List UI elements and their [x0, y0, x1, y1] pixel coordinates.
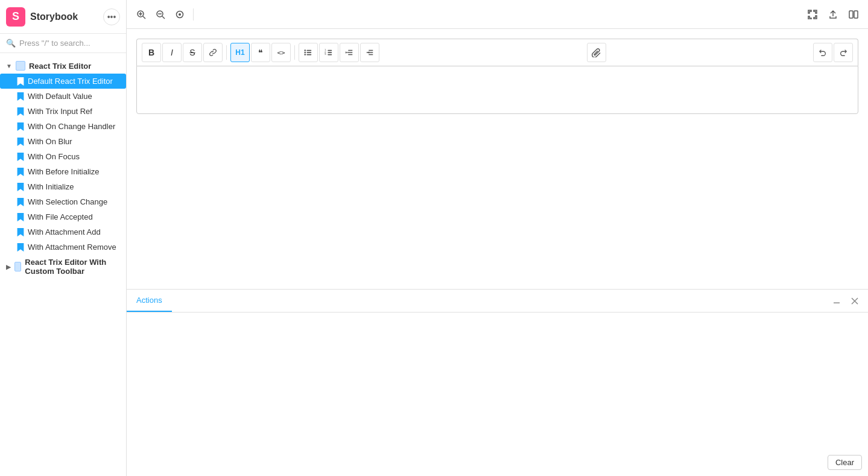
- nav-item-with-on-blur[interactable]: With On Blur: [0, 134, 126, 149]
- svg-rect-21: [328, 52, 332, 53]
- nav-label-with-attachment-add: With Attachment Add: [28, 227, 101, 236]
- code-button[interactable]: <>: [271, 43, 291, 62]
- indent-decrease-button[interactable]: [340, 43, 359, 62]
- svg-point-8: [179, 13, 181, 16]
- trix-editor[interactable]: [136, 66, 858, 114]
- nav-label-with-selection-change: With Selection Change: [28, 197, 107, 206]
- svg-point-13: [304, 54, 306, 56]
- quote-button[interactable]: ❝: [251, 43, 270, 62]
- search-icon: 🔍: [6, 39, 16, 48]
- tab-actions[interactable]: Actions: [127, 290, 172, 312]
- bottom-panel-header: Actions: [127, 290, 868, 313]
- bookmark-icon-attachment-remove: [17, 243, 24, 252]
- search-bar[interactable]: 🔍 Press "/" to search...: [0, 34, 126, 53]
- bookmark-icon-default: [17, 77, 24, 86]
- bookmark-icon-trix-input-ref: [17, 107, 24, 116]
- nav-item-with-trix-input-ref[interactable]: With Trix Input Ref: [0, 104, 126, 119]
- group-header-react-trix-editor[interactable]: ▼ React Trix Editor: [0, 58, 126, 74]
- sidebar-header: S Storybook •••: [0, 0, 126, 34]
- group-arrow-right: ▶: [6, 264, 11, 270]
- zoom-out-button[interactable]: [152, 6, 169, 23]
- sidebar: S Storybook ••• 🔍 Press "/" to search...…: [0, 0, 127, 476]
- nav-label-with-before-initialize: With Before Initialize: [28, 167, 100, 176]
- toolbar-sep-1: [226, 45, 227, 60]
- heading-button[interactable]: H1: [230, 43, 250, 62]
- italic-button[interactable]: I: [162, 43, 182, 62]
- strikethrough-button[interactable]: S: [183, 43, 202, 62]
- share-button[interactable]: [825, 6, 841, 23]
- panel-close-button[interactable]: [847, 294, 862, 308]
- nav-label-with-on-focus: With On Focus: [28, 152, 80, 161]
- nav-label-with-default-value: With Default Value: [28, 92, 92, 101]
- group-label-custom-toolbar: React Trix Editor With Custom Toolbar: [25, 258, 120, 276]
- nav-item-with-before-initialize[interactable]: With Before Initialize: [0, 164, 126, 179]
- nav-item-with-initialize[interactable]: With Initialize: [0, 179, 126, 194]
- svg-point-12: [304, 52, 306, 54]
- clear-button[interactable]: Clear: [828, 455, 862, 470]
- svg-rect-15: [306, 52, 311, 53]
- toolbar-group-formatting: B I S H1 ❝ <> 1.2.3.: [142, 43, 379, 62]
- nav-item-with-file-accepted[interactable]: With File Accepted: [0, 209, 126, 224]
- nav-item-with-attachment-add[interactable]: With Attachment Add: [0, 224, 126, 240]
- svg-rect-9: [849, 11, 853, 18]
- nav-item-with-selection-change[interactable]: With Selection Change: [0, 194, 126, 209]
- split-view-button[interactable]: [845, 6, 862, 23]
- panel-content: Clear: [127, 313, 868, 476]
- nav-item-with-attachment-remove[interactable]: With Attachment Remove: [0, 240, 126, 255]
- storybook-logo-text: Storybook: [30, 11, 78, 22]
- nav-label-with-trix-input-ref: With Trix Input Ref: [28, 107, 92, 116]
- nav-item-with-on-change-handler[interactable]: With On Change Handler: [0, 119, 126, 134]
- undo-button[interactable]: [813, 43, 832, 62]
- group-header-custom-toolbar[interactable]: ▶ React Trix Editor With Custom Toolbar: [0, 255, 126, 279]
- topbar-right-actions: [804, 6, 862, 23]
- bookmark-icon-attachment-add: [17, 228, 24, 236]
- bold-button[interactable]: B: [142, 43, 161, 62]
- group-icon-react-trix-editor: [16, 61, 25, 71]
- zoom-in-button[interactable]: [133, 6, 150, 23]
- ordered-list-button[interactable]: 1.2.3.: [319, 43, 338, 62]
- svg-rect-22: [328, 54, 332, 56]
- svg-rect-16: [306, 54, 311, 56]
- svg-rect-20: [328, 50, 332, 51]
- panel-tabs: Actions: [127, 290, 172, 312]
- indent-increase-button[interactable]: [360, 43, 379, 62]
- fullscreen-button[interactable]: [804, 6, 821, 23]
- nav-label-with-on-blur: With On Blur: [28, 137, 72, 146]
- nav-label-default-react-trix-editor: Default React Trix Editor: [28, 77, 113, 86]
- attach-file-button[interactable]: [587, 43, 606, 62]
- group-arrow-down: ▼: [6, 63, 12, 69]
- redo-button[interactable]: [834, 43, 853, 62]
- trix-toolbar: B I S H1 ❝ <> 1.2.3.: [136, 39, 858, 66]
- toolbar-group-attach: [587, 43, 606, 62]
- zoom-reset-button[interactable]: [171, 6, 188, 23]
- svg-rect-10: [854, 11, 858, 18]
- nav-label-with-attachment-remove: With Attachment Remove: [28, 243, 116, 252]
- search-placeholder-text: Press "/" to search...: [19, 39, 90, 48]
- main-content: B I S H1 ❝ <> 1.2.3.: [127, 0, 868, 476]
- group-icon-custom-toolbar: [14, 262, 21, 271]
- group-label-react-trix-editor: React Trix Editor: [29, 62, 91, 71]
- svg-line-1: [143, 16, 145, 19]
- zoom-controls: [133, 6, 196, 23]
- panel-minimize-button[interactable]: [829, 294, 844, 308]
- nav-item-with-default-value[interactable]: With Default Value: [0, 89, 126, 104]
- nav-item-default-react-trix-editor[interactable]: Default React Trix Editor: [0, 74, 126, 89]
- storybook-logo-icon: S: [6, 7, 25, 27]
- topbar: [127, 0, 868, 29]
- svg-line-5: [162, 16, 165, 19]
- nav-item-with-on-focus[interactable]: With On Focus: [0, 149, 126, 164]
- link-button[interactable]: [203, 43, 223, 62]
- nav-label-with-file-accepted: With File Accepted: [28, 212, 93, 221]
- sidebar-menu-button[interactable]: •••: [103, 8, 120, 25]
- bullet-list-button[interactable]: [299, 43, 318, 62]
- sidebar-nav: ▼ React Trix Editor Default React Trix E…: [0, 53, 126, 476]
- bookmark-icon-file-accepted: [17, 213, 24, 221]
- bookmark-icon-before-initialize: [17, 168, 24, 176]
- bookmark-icon-initialize: [17, 183, 24, 191]
- toolbar-sep-2: [294, 45, 295, 60]
- bookmark-icon-selection-change: [17, 198, 24, 206]
- bookmark-icon-on-focus: [17, 153, 24, 161]
- bookmark-icon-default-value: [17, 92, 24, 101]
- bookmark-icon-on-change: [17, 122, 24, 131]
- editor-wrapper: B I S H1 ❝ <> 1.2.3.: [127, 29, 868, 289]
